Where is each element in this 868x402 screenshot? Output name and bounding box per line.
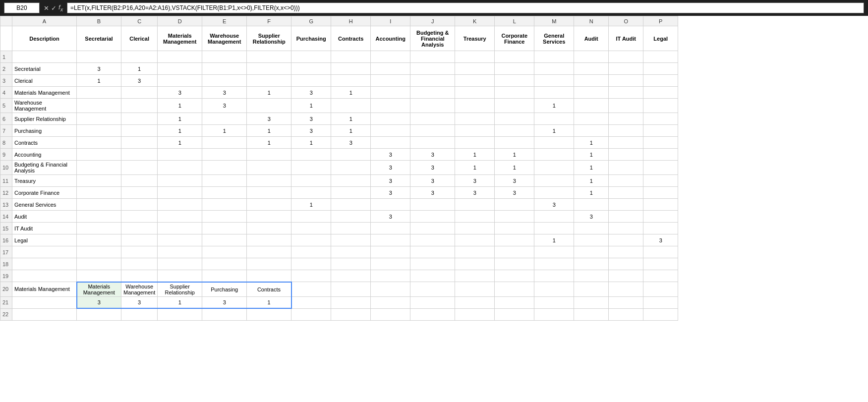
formula-input[interactable]: =LET(x,FILTER(B2:P16,A20=A2:A16),VSTACK(… <box>67 2 864 13</box>
cell-8-4[interactable] <box>202 137 247 149</box>
cell-3-10[interactable] <box>455 75 495 87</box>
cell-6-3[interactable]: 1 <box>158 113 202 125</box>
cell-15-7[interactable] <box>331 223 371 234</box>
cell-1-11[interactable] <box>495 51 534 63</box>
cell-21-rest-2[interactable] <box>371 296 410 308</box>
cell-4-7[interactable]: 1 <box>331 87 371 99</box>
cell-16-15[interactable]: 3 <box>643 234 678 246</box>
cell-20-bottom-3[interactable]: Purchasing <box>202 282 247 297</box>
cell-5-7[interactable] <box>331 99 371 113</box>
cell-22-3[interactable] <box>158 308 202 320</box>
cell-17-11[interactable] <box>495 246 534 258</box>
cell-20-rest-3[interactable] <box>410 282 455 297</box>
cell-4-5[interactable]: 1 <box>247 87 291 99</box>
cell-1-13[interactable] <box>574 51 609 63</box>
cell-reference[interactable]: B20 <box>4 2 40 13</box>
cell-11-14[interactable] <box>609 175 643 187</box>
cell-22-1[interactable] <box>77 308 121 320</box>
cell-6-7[interactable]: 1 <box>331 113 371 125</box>
cell-22-0[interactable] <box>12 308 77 320</box>
cell-2-3[interactable] <box>158 63 202 75</box>
cell-14-0[interactable]: Audit <box>12 211 77 223</box>
cell-2-7[interactable] <box>331 63 371 75</box>
formula-icon[interactable]: fx <box>58 3 63 12</box>
cell-18-13[interactable] <box>574 258 609 270</box>
cell-2-14[interactable] <box>609 63 643 75</box>
cell-11-11[interactable]: 3 <box>495 175 534 187</box>
cell-8-11[interactable] <box>495 137 534 149</box>
cell-5-14[interactable] <box>609 99 643 113</box>
cell-5-4[interactable]: 3 <box>202 99 247 113</box>
cell-22-6[interactable] <box>291 308 331 320</box>
cell-1-4[interactable] <box>202 51 247 63</box>
header-cell-4[interactable]: Materials Management <box>158 26 202 51</box>
cell-9-10[interactable]: 1 <box>455 149 495 161</box>
col-b-header[interactable]: B <box>77 16 121 26</box>
cell-19-10[interactable] <box>455 270 495 282</box>
cell-2-8[interactable] <box>371 63 410 75</box>
cell-18-5[interactable] <box>247 258 291 270</box>
cell-3-12[interactable] <box>534 75 574 87</box>
cell-2-6[interactable] <box>291 63 331 75</box>
cell-19-15[interactable] <box>643 270 678 282</box>
cell-12-12[interactable] <box>534 187 574 199</box>
cell-11-0[interactable]: Treasury <box>12 175 77 187</box>
cell-5-9[interactable] <box>410 99 455 113</box>
cell-11-8[interactable]: 3 <box>371 175 410 187</box>
cell-13-1[interactable] <box>77 199 121 211</box>
cell-9-8[interactable]: 3 <box>371 149 410 161</box>
col-g-header[interactable]: G <box>291 16 331 26</box>
cell-13-6[interactable]: 1 <box>291 199 331 211</box>
cell-8-3[interactable]: 1 <box>158 137 202 149</box>
cell-1-3[interactable] <box>158 51 202 63</box>
cell-8-5[interactable]: 1 <box>247 137 291 149</box>
cell-9-2[interactable] <box>121 149 158 161</box>
cell-7-7[interactable]: 1 <box>331 125 371 137</box>
cell-17-9[interactable] <box>410 246 455 258</box>
cell-14-10[interactable] <box>455 211 495 223</box>
cell-9-11[interactable]: 1 <box>495 149 534 161</box>
cell-9-0[interactable]: Accounting <box>12 149 77 161</box>
cell-22-11[interactable] <box>495 308 534 320</box>
cell-10-8[interactable]: 3 <box>371 161 410 175</box>
cell-3-15[interactable] <box>643 75 678 87</box>
cell-2-1[interactable]: 3 <box>77 63 121 75</box>
cell-18-2[interactable] <box>121 258 158 270</box>
cell-8-2[interactable] <box>121 137 158 149</box>
cell-18-7[interactable] <box>331 258 371 270</box>
cell-17-15[interactable] <box>643 246 678 258</box>
cell-17-3[interactable] <box>158 246 202 258</box>
cell-14-5[interactable] <box>247 211 291 223</box>
cell-11-13[interactable]: 1 <box>574 175 609 187</box>
cell-22-13[interactable] <box>574 308 609 320</box>
cell-22-2[interactable] <box>121 308 158 320</box>
cell-9-9[interactable]: 3 <box>410 149 455 161</box>
header-cell-5[interactable]: Warehouse Management <box>202 26 247 51</box>
cell-6-13[interactable] <box>574 113 609 125</box>
cell-18-1[interactable] <box>77 258 121 270</box>
col-e-header[interactable]: E <box>202 16 247 26</box>
cell-16-2[interactable] <box>121 234 158 246</box>
cell-3-8[interactable] <box>371 75 410 87</box>
cell-5-1[interactable] <box>77 99 121 113</box>
cell-13-9[interactable] <box>410 199 455 211</box>
cell-3-1[interactable]: 1 <box>77 75 121 87</box>
cell-8-1[interactable] <box>77 137 121 149</box>
cell-3-7[interactable] <box>331 75 371 87</box>
cell-16-1[interactable] <box>77 234 121 246</box>
cell-4-9[interactable] <box>410 87 455 99</box>
cell-16-8[interactable] <box>371 234 410 246</box>
cell-12-8[interactable]: 3 <box>371 187 410 199</box>
cell-1-1[interactable] <box>77 51 121 63</box>
cell-12-3[interactable] <box>158 187 202 199</box>
cell-12-4[interactable] <box>202 187 247 199</box>
col-i-header[interactable]: I <box>371 16 410 26</box>
cell-9-14[interactable] <box>609 149 643 161</box>
cell-21-rest-7[interactable] <box>574 296 609 308</box>
cell-6-6[interactable]: 3 <box>291 113 331 125</box>
cell-4-2[interactable] <box>121 87 158 99</box>
cell-17-13[interactable] <box>574 246 609 258</box>
cell-6-11[interactable] <box>495 113 534 125</box>
cell-14-8[interactable]: 3 <box>371 211 410 223</box>
cell-17-7[interactable] <box>331 246 371 258</box>
